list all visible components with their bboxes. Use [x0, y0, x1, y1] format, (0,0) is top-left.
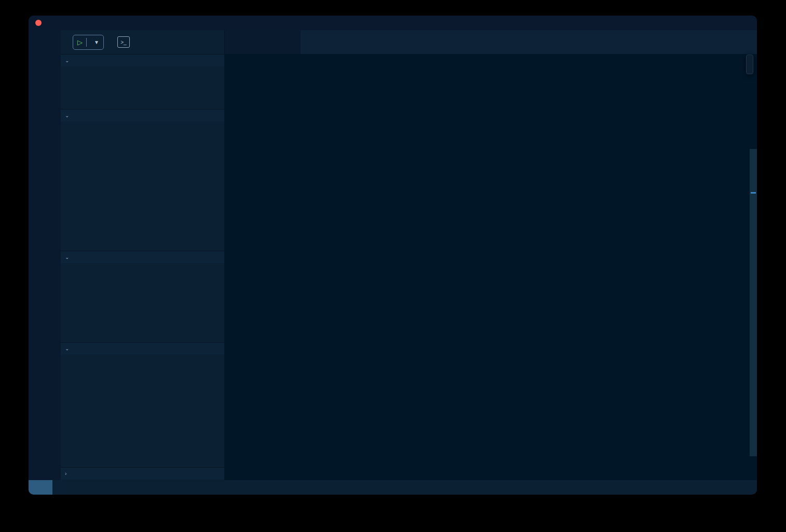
- chevron-down-icon: ▼: [94, 39, 99, 45]
- editor-scrollbar[interactable]: [750, 149, 757, 456]
- start-debug-icon[interactable]: ▷: [77, 38, 83, 46]
- run-controls: ▷ ▼ >_: [61, 30, 224, 54]
- status-bar: [29, 480, 757, 495]
- debug-sidebar: ▷ ▼ >_ ⌄ ⌄: [61, 30, 225, 480]
- chevron-down-icon: ⌄: [65, 113, 70, 118]
- chevron-down-icon: ⌄: [65, 58, 70, 63]
- launch-configuration-dropdown[interactable]: ▷ ▼: [73, 35, 104, 50]
- chevron-down-icon: ⌄: [65, 346, 70, 351]
- chevron-right-icon: ›: [65, 471, 70, 476]
- code-editor[interactable]: [225, 67, 757, 480]
- activity-bar: [29, 30, 61, 480]
- breadcrumb: [225, 54, 757, 67]
- watch-section-header[interactable]: ⌄: [61, 251, 224, 263]
- divider: [86, 38, 87, 47]
- call-stack-section-header[interactable]: ⌄: [61, 342, 224, 354]
- screen: ▷ ▼ >_ ⌄ ⌄: [0, 0, 786, 532]
- editor-group: [225, 30, 757, 480]
- vscode-window: ▷ ▼ >_ ⌄ ⌄: [29, 16, 757, 495]
- chevron-down-icon: ⌄: [65, 254, 70, 260]
- tab-strip: [225, 30, 757, 54]
- remote-indicator[interactable]: [29, 480, 52, 495]
- debug-toolbar: [746, 54, 753, 74]
- overview-ruler-mark: [751, 192, 756, 194]
- breakpoints-section-header[interactable]: ⌄: [61, 54, 224, 66]
- titlebar: [29, 16, 757, 30]
- window-title: [29, 16, 757, 30]
- variables-section-header[interactable]: ⌄: [61, 109, 224, 121]
- debug-console-button[interactable]: >_: [117, 36, 130, 48]
- loaded-scripts-section-header[interactable]: ›: [61, 467, 224, 480]
- tab-index-ts[interactable]: [225, 30, 301, 54]
